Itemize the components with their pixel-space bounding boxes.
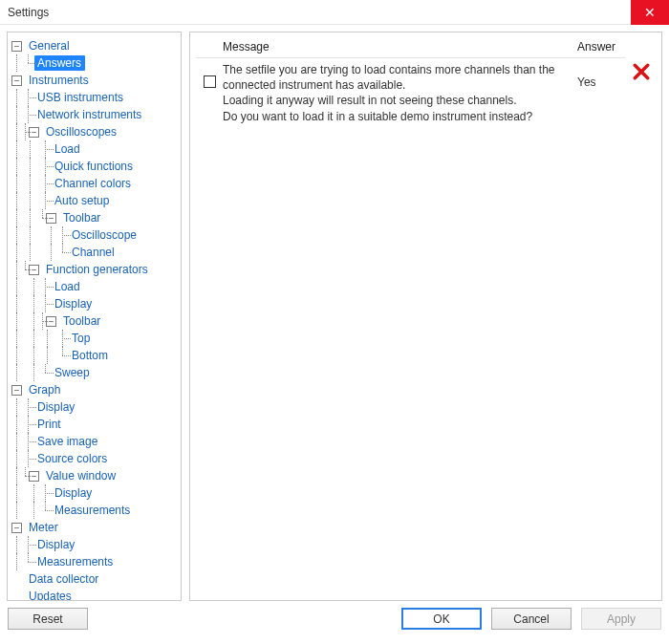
tree-label: USB instruments: [34, 90, 127, 105]
column-header-answer: Answer: [577, 40, 625, 54]
tree-node-value-window[interactable]: − Value window: [11, 467, 179, 484]
collapse-icon[interactable]: −: [11, 75, 22, 86]
tree-node-quick-functions[interactable]: Quick functions: [11, 158, 179, 175]
tree-node-function-generators[interactable]: − Function generators: [11, 261, 179, 278]
delete-button[interactable]: [633, 63, 650, 80]
tree-label: Measurements: [52, 503, 134, 518]
tree-label: Meter: [26, 520, 62, 535]
tree-label: Data collector: [26, 571, 102, 587]
tree-label: Print: [34, 417, 65, 432]
tree-label: Display: [34, 537, 78, 552]
tree-node-fg-toolbar[interactable]: − Toolbar: [11, 312, 179, 330]
tree-node-answers[interactable]: Answers: [11, 54, 179, 72]
tree-node-graph-display[interactable]: Display: [11, 398, 179, 416]
tree-node-fg-display[interactable]: Display: [11, 295, 179, 312]
close-icon: ✕: [644, 6, 656, 19]
message-line: Loading it anyway will result in not see…: [223, 93, 577, 108]
tree-node-vw-display[interactable]: Display: [11, 484, 179, 502]
apply-button[interactable]: Apply: [581, 608, 661, 630]
tree-label: Save image: [34, 434, 101, 449]
tree-node-instruments[interactable]: − Instruments: [11, 72, 179, 89]
tree-node-auto-setup[interactable]: Auto setup: [11, 192, 179, 209]
tree-label: Instruments: [26, 73, 93, 88]
message-text: The setfile you are trying to load conta…: [223, 62, 577, 124]
titlebar: Settings ✕: [0, 0, 669, 25]
tree-node-graph-source-colors[interactable]: Source colors: [11, 450, 179, 467]
answer-value: Yes: [577, 62, 625, 89]
window-title: Settings: [8, 6, 49, 19]
ok-button[interactable]: OK: [401, 608, 482, 630]
message-line: Do you want to load it in a suitable dem…: [223, 109, 577, 124]
collapse-icon[interactable]: −: [11, 41, 22, 52]
collapse-icon[interactable]: −: [11, 385, 22, 396]
tree-node-general[interactable]: − General: [11, 37, 179, 54]
tree-node-meter-measurements[interactable]: Measurements: [11, 553, 179, 570]
tree-label: Top: [69, 331, 94, 346]
tree-label: Bottom: [69, 348, 112, 363]
tree-label: Toolbar: [60, 210, 104, 225]
delete-icon: [633, 63, 650, 80]
tree-label: Network instruments: [34, 107, 145, 122]
tree-node-vw-measurements[interactable]: Measurements: [11, 502, 179, 519]
tree-label: Updates: [26, 589, 76, 601]
tree-node-network-instruments[interactable]: Network instruments: [11, 106, 179, 123]
tree-label: Auto setup: [52, 193, 113, 208]
tree-label: Function generators: [43, 262, 152, 277]
tree-label: Value window: [43, 468, 119, 483]
message-line: connected instrument has available.: [223, 77, 577, 93]
tree-label: Display: [52, 296, 96, 311]
settings-tree[interactable]: − General Answers −: [7, 32, 182, 601]
tree-node-fg-load[interactable]: Load: [11, 278, 179, 295]
column-header-message: Message: [223, 40, 577, 54]
tree-label: Channel: [69, 245, 119, 260]
tree-label: Measurements: [34, 554, 117, 569]
tree-label: Display: [34, 399, 78, 415]
tree-label: Graph: [26, 382, 64, 397]
tree-node-usb-instruments[interactable]: USB instruments: [11, 89, 179, 106]
tree-node-graph[interactable]: − Graph: [11, 381, 179, 398]
tree-node-meter[interactable]: − Meter: [11, 519, 179, 536]
tree-label: Display: [52, 485, 96, 501]
tree-node-meter-display[interactable]: Display: [11, 536, 179, 553]
tree-node-channel-colors[interactable]: Channel colors: [11, 175, 179, 192]
tree-label: Load: [52, 141, 84, 157]
cancel-button[interactable]: Cancel: [491, 608, 572, 630]
tree-node-toolbar-oscilloscope[interactable]: Oscilloscope: [11, 226, 179, 244]
answers-panel: Message Answer The setfile you are tryin…: [189, 32, 662, 601]
tree-node-graph-print[interactable]: Print: [11, 416, 179, 433]
content-area: − General Answers −: [0, 25, 669, 608]
table-header: Message Answer: [196, 38, 625, 58]
collapse-icon[interactable]: −: [11, 523, 22, 533]
tree-label: Source colors: [34, 451, 111, 466]
tree-node-fg-bottom[interactable]: Bottom: [11, 347, 179, 364]
tree-label: Oscilloscope: [69, 227, 140, 243]
tree-node-fg-top[interactable]: Top: [11, 330, 179, 347]
tree-node-updates[interactable]: Updates: [11, 588, 179, 601]
tree-node-toolbar-channel[interactable]: Channel: [11, 244, 179, 261]
close-button[interactable]: ✕: [631, 0, 669, 25]
row-checkbox[interactable]: [204, 75, 216, 88]
tree-label: Answers: [34, 55, 85, 71]
answers-table: Message Answer The setfile you are tryin…: [196, 38, 625, 128]
tree-label: Channel colors: [52, 176, 135, 191]
tree-label: Load: [52, 279, 84, 294]
reset-button[interactable]: Reset: [8, 608, 88, 630]
tree-node-graph-save-image[interactable]: Save image: [11, 433, 179, 450]
tree-node-osc-toolbar[interactable]: − Toolbar: [11, 209, 179, 226]
tree-label: Sweep: [52, 365, 94, 380]
table-row[interactable]: The setfile you are trying to load conta…: [196, 58, 625, 128]
dialog-footer: Reset OK Cancel Apply: [0, 608, 669, 637]
tree-label: Quick functions: [52, 159, 137, 174]
tree-node-osc-load[interactable]: Load: [11, 140, 179, 158]
tree-node-oscilloscopes[interactable]: − Oscilloscopes: [11, 123, 179, 140]
tree-label: Oscilloscopes: [43, 124, 120, 140]
tree-label: Toolbar: [60, 313, 104, 329]
tree-label: General: [26, 38, 74, 54]
message-line: The setfile you are trying to load conta…: [223, 62, 577, 77]
tree-node-data-collector[interactable]: Data collector: [11, 570, 179, 588]
tree-node-fg-sweep[interactable]: Sweep: [11, 364, 179, 381]
